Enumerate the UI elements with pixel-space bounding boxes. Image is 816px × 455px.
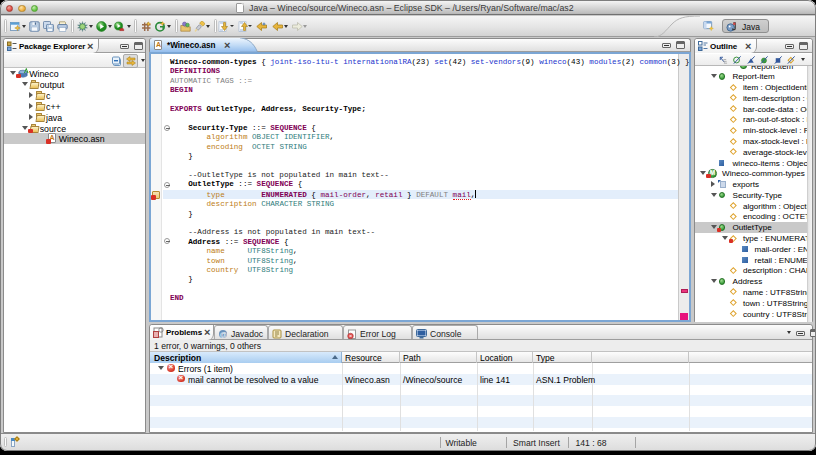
svg-text:@: @ xyxy=(220,331,227,338)
